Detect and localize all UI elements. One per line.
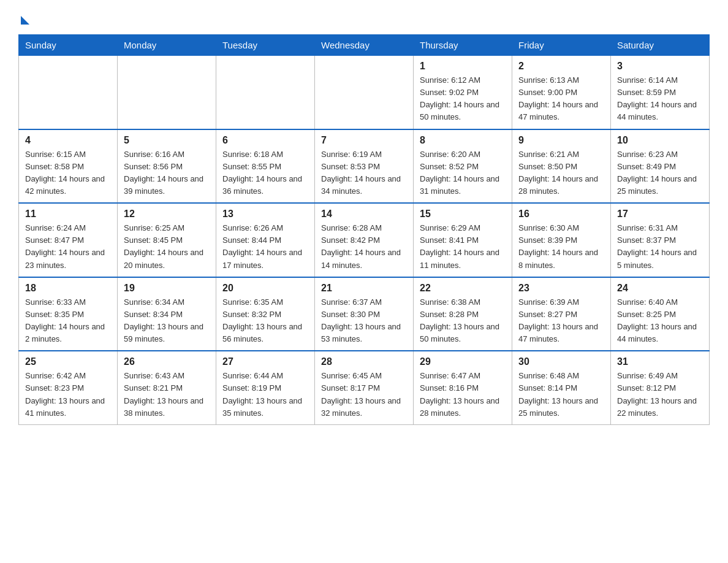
calendar-cell-w3-d5: 15Sunrise: 6:29 AMSunset: 8:41 PMDayligh… (414, 203, 512, 277)
calendar-cell-w1-d5: 1Sunrise: 6:12 AMSunset: 9:02 PMDaylight… (414, 56, 512, 129)
day-number: 26 (124, 356, 210, 367)
logo-arrow-icon (21, 16, 29, 25)
calendar-cell-w3-d7: 17Sunrise: 6:31 AMSunset: 8:37 PMDayligh… (611, 203, 710, 277)
day-number: 17 (617, 209, 703, 220)
day-number: 12 (124, 209, 210, 220)
day-info: Sunrise: 6:30 AMSunset: 8:39 PMDaylight:… (518, 222, 604, 272)
calendar-cell-w1-d4 (315, 56, 414, 129)
calendar-cell-w5-d7: 31Sunrise: 6:49 AMSunset: 8:12 PMDayligh… (611, 351, 710, 424)
day-info: Sunrise: 6:20 AMSunset: 8:52 PMDaylight:… (420, 148, 506, 198)
calendar-cell-w5-d4: 28Sunrise: 6:45 AMSunset: 8:17 PMDayligh… (315, 351, 414, 424)
day-number: 23 (518, 283, 604, 294)
day-info: Sunrise: 6:13 AMSunset: 9:00 PMDaylight:… (518, 74, 604, 124)
calendar-cell-w1-d3 (216, 56, 315, 129)
day-number: 5 (124, 135, 210, 146)
day-number: 1 (420, 61, 506, 72)
day-info: Sunrise: 6:43 AMSunset: 8:21 PMDaylight:… (124, 370, 210, 419)
day-info: Sunrise: 6:24 AMSunset: 8:47 PMDaylight:… (25, 222, 111, 272)
day-info: Sunrise: 6:18 AMSunset: 8:55 PMDaylight:… (222, 148, 308, 198)
day-info: Sunrise: 6:29 AMSunset: 8:41 PMDaylight:… (420, 222, 506, 272)
day-info: Sunrise: 6:35 AMSunset: 8:32 PMDaylight:… (222, 296, 308, 346)
calendar-cell-w1-d7: 3Sunrise: 6:14 AMSunset: 8:59 PMDaylight… (611, 56, 710, 129)
day-number: 30 (518, 356, 604, 367)
weekday-header-thursday: Thursday (414, 35, 512, 56)
calendar-cell-w2-d6: 9Sunrise: 6:21 AMSunset: 8:50 PMDaylight… (512, 129, 611, 204)
calendar-cell-w5-d2: 26Sunrise: 6:43 AMSunset: 8:21 PMDayligh… (118, 351, 216, 424)
day-info: Sunrise: 6:23 AMSunset: 8:49 PMDaylight:… (617, 148, 703, 198)
day-number: 9 (518, 135, 604, 146)
day-number: 24 (617, 283, 703, 294)
day-number: 7 (321, 135, 407, 146)
calendar-cell-w5-d3: 27Sunrise: 6:44 AMSunset: 8:19 PMDayligh… (216, 351, 315, 424)
day-number: 2 (518, 61, 604, 72)
day-number: 19 (124, 283, 210, 294)
calendar-cell-w4-d4: 21Sunrise: 6:37 AMSunset: 8:30 PMDayligh… (315, 277, 414, 351)
day-info: Sunrise: 6:31 AMSunset: 8:37 PMDaylight:… (617, 222, 703, 272)
week-row-1: 1Sunrise: 6:12 AMSunset: 9:02 PMDaylight… (19, 56, 710, 129)
day-info: Sunrise: 6:26 AMSunset: 8:44 PMDaylight:… (222, 222, 308, 272)
day-info: Sunrise: 6:48 AMSunset: 8:14 PMDaylight:… (518, 370, 604, 419)
day-info: Sunrise: 6:37 AMSunset: 8:30 PMDaylight:… (321, 296, 407, 346)
day-info: Sunrise: 6:12 AMSunset: 9:02 PMDaylight:… (420, 74, 506, 124)
day-number: 16 (518, 209, 604, 220)
page-header (18, 15, 710, 23)
day-info: Sunrise: 6:40 AMSunset: 8:25 PMDaylight:… (617, 296, 703, 346)
week-row-5: 25Sunrise: 6:42 AMSunset: 8:23 PMDayligh… (19, 351, 710, 424)
day-number: 29 (420, 356, 506, 367)
calendar-cell-w2-d1: 4Sunrise: 6:15 AMSunset: 8:58 PMDaylight… (19, 129, 118, 204)
day-number: 14 (321, 209, 407, 220)
calendar-cell-w2-d3: 6Sunrise: 6:18 AMSunset: 8:55 PMDaylight… (216, 129, 315, 204)
day-info: Sunrise: 6:15 AMSunset: 8:58 PMDaylight:… (25, 148, 111, 198)
calendar-cell-w3-d4: 14Sunrise: 6:28 AMSunset: 8:42 PMDayligh… (315, 203, 414, 277)
weekday-header-monday: Monday (118, 35, 216, 56)
day-info: Sunrise: 6:44 AMSunset: 8:19 PMDaylight:… (222, 370, 308, 419)
day-number: 10 (617, 135, 703, 146)
day-info: Sunrise: 6:16 AMSunset: 8:56 PMDaylight:… (124, 148, 210, 198)
day-info: Sunrise: 6:49 AMSunset: 8:12 PMDaylight:… (617, 370, 703, 419)
day-info: Sunrise: 6:38 AMSunset: 8:28 PMDaylight:… (420, 296, 506, 346)
calendar-cell-w3-d6: 16Sunrise: 6:30 AMSunset: 8:39 PMDayligh… (512, 203, 611, 277)
day-info: Sunrise: 6:33 AMSunset: 8:35 PMDaylight:… (25, 296, 111, 346)
day-info: Sunrise: 6:47 AMSunset: 8:16 PMDaylight:… (420, 370, 506, 419)
calendar-cell-w1-d6: 2Sunrise: 6:13 AMSunset: 9:00 PMDaylight… (512, 56, 611, 129)
day-info: Sunrise: 6:21 AMSunset: 8:50 PMDaylight:… (518, 148, 604, 198)
calendar-table: SundayMondayTuesdayWednesdayThursdayFrid… (18, 34, 710, 425)
weekday-header-wednesday: Wednesday (315, 35, 414, 56)
day-number: 27 (222, 356, 308, 367)
week-row-3: 11Sunrise: 6:24 AMSunset: 8:47 PMDayligh… (19, 203, 710, 277)
calendar-cell-w3-d3: 13Sunrise: 6:26 AMSunset: 8:44 PMDayligh… (216, 203, 315, 277)
day-info: Sunrise: 6:14 AMSunset: 8:59 PMDaylight:… (617, 74, 703, 124)
day-number: 15 (420, 209, 506, 220)
day-number: 8 (420, 135, 506, 146)
day-number: 20 (222, 283, 308, 294)
calendar-cell-w2-d5: 8Sunrise: 6:20 AMSunset: 8:52 PMDaylight… (414, 129, 512, 204)
calendar-cell-w4-d5: 22Sunrise: 6:38 AMSunset: 8:28 PMDayligh… (414, 277, 512, 351)
day-info: Sunrise: 6:45 AMSunset: 8:17 PMDaylight:… (321, 370, 407, 419)
weekday-header-tuesday: Tuesday (216, 35, 315, 56)
calendar-cell-w4-d3: 20Sunrise: 6:35 AMSunset: 8:32 PMDayligh… (216, 277, 315, 351)
calendar-cell-w2-d2: 5Sunrise: 6:16 AMSunset: 8:56 PMDaylight… (118, 129, 216, 204)
day-number: 18 (25, 283, 111, 294)
weekday-header-saturday: Saturday (611, 35, 710, 56)
calendar-cell-w3-d2: 12Sunrise: 6:25 AMSunset: 8:45 PMDayligh… (118, 203, 216, 277)
day-number: 31 (617, 356, 703, 367)
weekday-header-sunday: Sunday (19, 35, 118, 56)
calendar-cell-w1-d2 (118, 56, 216, 129)
calendar-cell-w1-d1 (19, 56, 118, 129)
day-number: 22 (420, 283, 506, 294)
weekday-header-row: SundayMondayTuesdayWednesdayThursdayFrid… (19, 35, 710, 56)
calendar-cell-w4-d2: 19Sunrise: 6:34 AMSunset: 8:34 PMDayligh… (118, 277, 216, 351)
logo (18, 15, 29, 23)
day-info: Sunrise: 6:19 AMSunset: 8:53 PMDaylight:… (321, 148, 407, 198)
calendar-cell-w2-d4: 7Sunrise: 6:19 AMSunset: 8:53 PMDaylight… (315, 129, 414, 204)
calendar-cell-w2-d7: 10Sunrise: 6:23 AMSunset: 8:49 PMDayligh… (611, 129, 710, 204)
day-info: Sunrise: 6:25 AMSunset: 8:45 PMDaylight:… (124, 222, 210, 272)
week-row-4: 18Sunrise: 6:33 AMSunset: 8:35 PMDayligh… (19, 277, 710, 351)
calendar-cell-w5-d6: 30Sunrise: 6:48 AMSunset: 8:14 PMDayligh… (512, 351, 611, 424)
day-number: 13 (222, 209, 308, 220)
weekday-header-friday: Friday (512, 35, 611, 56)
calendar-cell-w4-d1: 18Sunrise: 6:33 AMSunset: 8:35 PMDayligh… (19, 277, 118, 351)
calendar-cell-w4-d6: 23Sunrise: 6:39 AMSunset: 8:27 PMDayligh… (512, 277, 611, 351)
day-number: 21 (321, 283, 407, 294)
day-number: 4 (25, 135, 111, 146)
